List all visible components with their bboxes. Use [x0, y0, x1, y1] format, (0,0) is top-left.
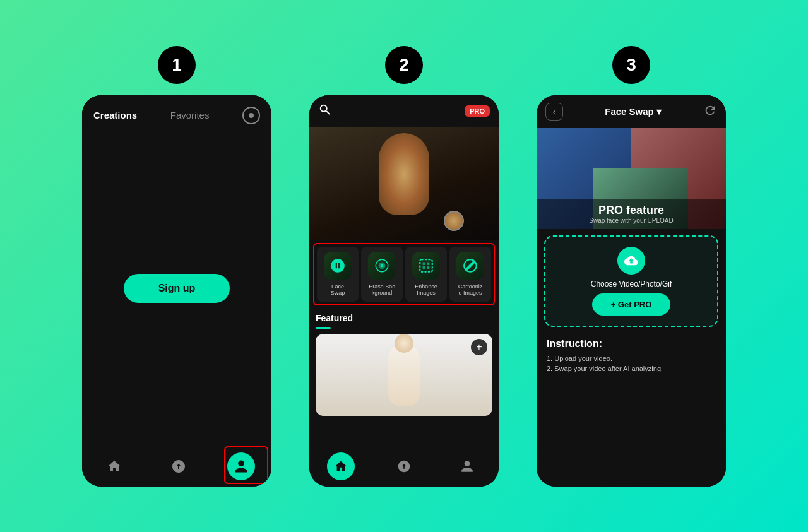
instruction-2: 2. Swap your video after AI analyzing!	[547, 365, 716, 372]
screen-1-phone: Creations Favorites Sign up	[82, 95, 271, 487]
instruction-section: Instruction: 1. Upload your video. 2. Sw…	[537, 333, 726, 487]
screen3-title-arrow: ▾	[656, 106, 662, 117]
add-button[interactable]: +	[471, 339, 487, 355]
screen2-bottom-nav	[309, 446, 499, 487]
erase-bg-icon	[368, 252, 396, 280]
pro-feature-box: PRO feature Swap face with your UPLOAD	[537, 199, 726, 229]
erase-bg-label: Erase Background	[369, 283, 395, 297]
svg-point-2	[381, 264, 383, 266]
pro-feature-sub: Swap face with your UPLOAD	[544, 217, 718, 224]
screen-3-phone: ‹ Face Swap ▾ PRO feature Swap f	[537, 95, 726, 487]
svg-rect-3	[420, 259, 432, 272]
page-wrapper: 1 Creations Favorites Sign up	[0, 33, 808, 499]
step-3-number: 3	[612, 46, 650, 84]
screen1-content: Sign up	[82, 132, 271, 446]
profile-icon	[234, 459, 249, 474]
upload-area[interactable]: Choose Video/Photo/Gif + Get PRO	[544, 235, 718, 327]
nav-profile-icon[interactable]	[227, 452, 255, 480]
search-icon[interactable]	[318, 103, 332, 119]
face-swap-icon	[324, 252, 352, 280]
tools-container: FaceSwap Erase Background EnhanceImages	[313, 243, 495, 306]
tool-cartoonize[interactable]: Cartoonize Images	[449, 247, 491, 302]
screen2-hero	[309, 127, 499, 240]
hero-face	[309, 127, 499, 240]
step-3-container: 3 ‹ Face Swap ▾	[537, 46, 726, 487]
back-button[interactable]: ‹	[545, 103, 563, 121]
featured-underline	[316, 327, 331, 329]
featured-section: Featured +	[309, 308, 499, 445]
screen2-nav-home[interactable]	[327, 452, 355, 480]
tool-face-swap[interactable]: FaceSwap	[317, 247, 359, 302]
featured-figure	[388, 343, 420, 406]
screen2-header: PRO	[309, 95, 499, 127]
cartoonize-icon	[456, 252, 484, 280]
upload-icon	[171, 459, 186, 474]
tool-erase-bg[interactable]: Erase Background	[361, 247, 403, 302]
featured-title: Featured	[316, 313, 492, 323]
enhance-icon	[412, 252, 440, 280]
screen1-bottom-nav	[82, 446, 271, 487]
cartoonize-label: Cartoonize Images	[458, 283, 483, 297]
upload-cloud-icon	[617, 247, 645, 275]
screen3-title-text: Face Swap	[605, 106, 654, 117]
tool-enhance[interactable]: EnhanceImages	[405, 247, 447, 302]
refresh-icon[interactable]	[703, 103, 717, 120]
instruction-title: Instruction:	[547, 338, 716, 350]
screen2-nav-profile[interactable]	[453, 452, 481, 480]
pro-feature-title: PRO feature	[544, 204, 718, 217]
step-2-container: 2 PRO FaceSwap	[309, 46, 499, 487]
tab-creations[interactable]: Creations	[93, 110, 137, 121]
get-pro-button[interactable]: + Get PRO	[592, 293, 671, 316]
target-icon[interactable]	[242, 107, 260, 124]
screen2-nav-upload[interactable]	[390, 452, 418, 480]
tab-favorites[interactable]: Favorites	[170, 110, 210, 121]
signup-button[interactable]: Sign up	[124, 274, 230, 303]
step-1-number: 1	[158, 46, 196, 84]
step-2-number: 2	[385, 46, 423, 84]
screen3-title-area: Face Swap ▾	[605, 106, 662, 117]
step-1-container: 1 Creations Favorites Sign up	[82, 46, 271, 487]
nav-home-icon[interactable]	[98, 452, 130, 480]
featured-card-image	[316, 334, 492, 416]
nav-upload-icon[interactable]	[163, 452, 194, 480]
featured-card[interactable]: +	[316, 334, 492, 416]
screen1-header: Creations Favorites	[82, 95, 271, 132]
instruction-1: 1. Upload your video.	[547, 355, 716, 362]
screen3-header: ‹ Face Swap ▾	[537, 95, 726, 128]
home-icon	[107, 459, 122, 474]
enhance-label: EnhanceImages	[415, 283, 437, 297]
screen-2-phone: PRO FaceSwap E	[309, 95, 499, 487]
face-swap-label: FaceSwap	[331, 283, 345, 297]
screen3-hero: PRO feature Swap face with your UPLOAD	[537, 128, 726, 229]
upload-label: Choose Video/Photo/Gif	[591, 280, 672, 288]
pro-badge: PRO	[465, 105, 490, 117]
